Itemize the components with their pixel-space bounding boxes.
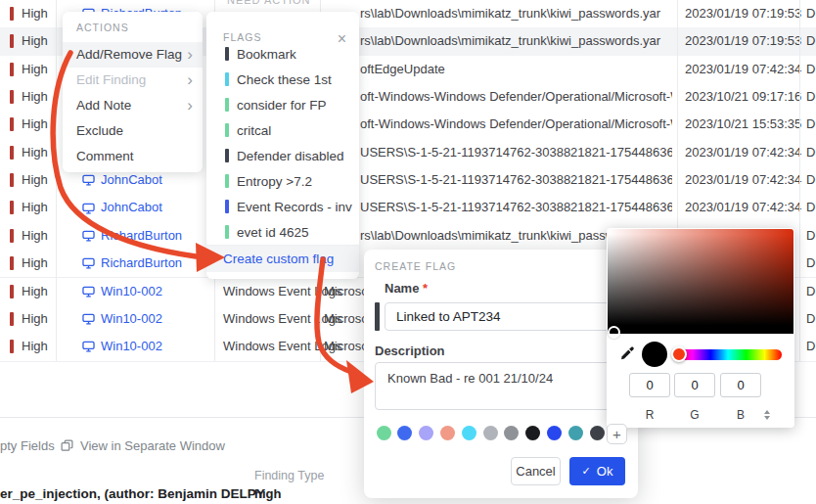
hostname-label: Win10-002 <box>101 333 162 360</box>
clipped-top-text: NEED ACTION <box>227 0 311 6</box>
hue-slider[interactable] <box>674 349 782 360</box>
actions-menu-item-exclude[interactable]: Exclude <box>63 118 203 144</box>
flag-color-bar <box>225 174 229 188</box>
flag-color-bar <box>225 200 229 213</box>
domain-cell: D <box>806 139 815 166</box>
domain-cell: D <box>806 194 815 221</box>
severity-bar <box>10 229 14 243</box>
sv-cursor[interactable] <box>608 326 620 339</box>
hostname-link[interactable]: RichardBurton <box>82 222 182 250</box>
hostname-link[interactable]: Win10-002 <box>82 278 162 305</box>
color-mode-toggle-icon[interactable] <box>764 410 770 420</box>
domain-cell: D <box>806 166 815 194</box>
hostname-link[interactable]: Win10-002 <box>82 333 162 360</box>
flag-color-indicator <box>375 302 380 331</box>
green-value-input[interactable]: 0 <box>674 373 715 397</box>
flag-item-defender-disabled[interactable]: Defender disabled <box>206 143 359 168</box>
menu-item-label: Add Note <box>63 93 203 118</box>
flag-description-input[interactable]: Known Bad - re 001 21/10/24 <box>375 362 635 410</box>
column-separator <box>799 0 800 361</box>
flag-item-critcal[interactable]: critcal <box>206 117 359 143</box>
create-custom-flag-item[interactable]: Create custom flag <box>206 246 359 272</box>
color-swatch[interactable] <box>590 426 605 440</box>
actions-menu-item-add-remove-flag[interactable]: Add/Remove Flag› <box>63 42 203 68</box>
flag-item-evet-id-4625[interactable]: evet id 4625 <box>206 219 359 245</box>
domain-cell: D <box>806 27 815 55</box>
timestamp-cell: 2023/01/19 07:19:53 <box>685 27 801 55</box>
eyedropper-icon[interactable] <box>619 345 635 361</box>
flag-item-label: consider for FP <box>237 98 327 113</box>
chevron-right-icon: › <box>187 68 193 92</box>
separate-window-icon <box>61 439 73 452</box>
empty-fields-label: pty Fields <box>0 438 55 453</box>
flag-item-label: Check these 1st <box>237 72 332 87</box>
actions-menu-item-edit-finding[interactable]: Edit Finding› <box>63 68 203 93</box>
path-cell: rs\lab\Downloads\mimikatz_trunk\kiwi_pas… <box>360 27 672 55</box>
hostname-link[interactable]: Win10-002 <box>82 305 162 333</box>
flag-item-label: evet id 4625 <box>237 225 309 240</box>
severity-label: High <box>22 305 48 333</box>
severity-label: High <box>22 333 48 360</box>
view-in-separate-window-button[interactable]: View in Separate Window <box>61 438 225 453</box>
blue-value-input[interactable]: 0 <box>720 373 761 397</box>
hostname-label: JohnCabot <box>101 194 162 221</box>
color-swatch[interactable] <box>377 426 391 440</box>
red-value-input[interactable]: 0 <box>629 373 670 397</box>
empty-fields-toggle[interactable]: pty Fields <box>0 438 55 453</box>
actions-menu-item-comment[interactable]: Comment <box>63 144 203 169</box>
hostname-link[interactable]: RichardBurton <box>82 250 182 277</box>
color-swatch[interactable] <box>397 426 412 440</box>
chevron-right-icon: › <box>187 93 193 117</box>
flag-name-input[interactable]: Linked to APT234 <box>385 302 635 331</box>
flag-item-consider-for-fp[interactable]: consider for FP <box>206 92 359 117</box>
path-cell: Microso <box>324 305 369 333</box>
severity-bar <box>10 173 14 187</box>
color-swatch[interactable] <box>525 426 540 440</box>
timestamp-cell: 2023/01/19 07:42:34 <box>685 194 801 221</box>
color-swatch[interactable] <box>462 426 476 440</box>
severity-label: High <box>22 56 48 83</box>
path-cell: Microso <box>324 333 369 360</box>
flag-color-bar <box>225 47 229 61</box>
color-picker: 0 0 0 R G B <box>607 228 794 428</box>
ok-button[interactable]: ✓ Ok <box>569 457 625 485</box>
severity-bar <box>10 63 14 76</box>
flag-item-entropy-7-2[interactable]: Entropy >7.2 <box>206 168 359 194</box>
flag-item-event-records-inv[interactable]: Event Records - inv <box>206 194 359 219</box>
flag-item-label: Entropy >7.2 <box>237 174 312 189</box>
table-row[interactable]: HighJohnCabotUSERS\S-1-5-21-1193714762-3… <box>0 194 816 222</box>
color-swatch[interactable] <box>568 426 583 440</box>
cancel-button[interactable]: Cancel <box>511 457 561 485</box>
severity-bar <box>10 34 14 48</box>
name-label: Name * <box>385 281 428 296</box>
color-swatch[interactable] <box>419 426 433 440</box>
path-cell: USERS\S-1-5-21-1193714762-3038821821-175… <box>360 194 672 221</box>
severity-bar <box>10 285 14 298</box>
severity-bar <box>10 340 14 353</box>
hostname-label: RichardBurton <box>101 222 182 250</box>
flag-color-bar <box>225 149 229 162</box>
severity-label: High <box>22 222 48 250</box>
color-swatch[interactable] <box>440 426 455 440</box>
actions-menu-item-add-note[interactable]: Add Note› <box>63 93 203 118</box>
menu-item-label: Exclude <box>63 118 203 144</box>
saturation-value-area[interactable] <box>608 229 793 334</box>
flag-item-check-these-1st[interactable]: Check these 1st <box>206 67 359 92</box>
hostname-link[interactable]: JohnCabot <box>82 194 162 221</box>
flag-item-label: Defender disabled <box>237 149 344 163</box>
path-cell: oft-Windows-Windows Defender/Operational… <box>360 111 672 138</box>
flag-item-bookmark[interactable]: Bookmark <box>206 41 359 67</box>
color-swatch[interactable] <box>547 426 562 440</box>
domain-cell: D <box>806 56 815 83</box>
color-swatch[interactable] <box>483 426 498 440</box>
monitor-icon <box>82 257 95 269</box>
monitor-icon <box>82 203 95 214</box>
add-color-button[interactable]: + <box>607 424 627 444</box>
color-swatch[interactable] <box>504 426 519 440</box>
severity-label: High <box>22 166 48 194</box>
domain-cell: D <box>806 250 815 277</box>
red-label: R <box>629 408 670 422</box>
hue-slider-thumb[interactable] <box>671 346 687 362</box>
monitor-icon <box>82 286 95 298</box>
timestamp-cell: 2023/01/19 07:42:34 <box>685 139 801 166</box>
